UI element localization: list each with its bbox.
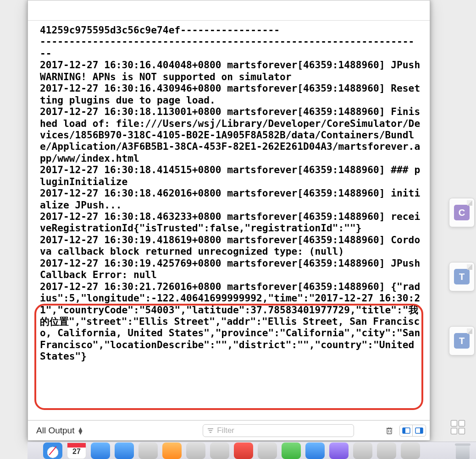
grid-icon (451, 420, 465, 434)
trash-icon (385, 426, 393, 435)
dock-app-generic[interactable] (210, 443, 229, 459)
dock-app-generic[interactable] (401, 443, 420, 459)
dock-file-t2[interactable]: T (449, 326, 475, 355)
dock-app-generic[interactable] (353, 443, 372, 459)
dock-app-generic[interactable] (162, 443, 182, 459)
show-left-panel-button[interactable] (400, 425, 413, 436)
dock-app-generic[interactable] (282, 443, 301, 459)
svg-line-8 (390, 427, 391, 428)
chevron-up-down-icon: ▲▼ (77, 427, 83, 434)
page-fold-icon (467, 200, 472, 206)
output-filter-label: All Output (36, 426, 74, 436)
clear-console-button[interactable] (383, 425, 396, 437)
dock-app-generic[interactable] (329, 443, 349, 459)
xcode-debug-console-window: 41259c975595d3c56c9e74ef----------------… (28, 0, 430, 441)
console-output-area[interactable]: 41259c975595d3c56c9e74ef----------------… (28, 21, 430, 420)
show-right-panel-button[interactable] (413, 425, 426, 436)
console-toolbar: All Output ▲▼ (28, 420, 430, 440)
dock-file-c[interactable]: C (449, 198, 475, 227)
file-glyph-c: C (454, 205, 470, 220)
svg-line-7 (388, 427, 389, 428)
filter-icon (207, 427, 214, 434)
filter-field[interactable] (203, 424, 354, 437)
dock-app-generic[interactable] (115, 443, 134, 459)
dock-app-generic[interactable] (186, 443, 205, 459)
svg-rect-3 (387, 429, 392, 434)
svg-rect-12 (420, 428, 423, 433)
output-filter-select[interactable]: All Output ▲▼ (32, 424, 88, 437)
dock-trash[interactable] (454, 443, 471, 459)
dock-app-generic[interactable] (138, 443, 158, 459)
dock-app-generic[interactable] (91, 443, 110, 459)
dock-app-generic[interactable] (377, 443, 396, 459)
page-fold-icon (467, 264, 472, 270)
right-dock: C T T (448, 198, 476, 355)
dock-app-generic[interactable] (234, 443, 253, 459)
dock-app-safari[interactable] (43, 443, 62, 459)
dock-app-generic[interactable] (305, 443, 325, 459)
upper-pane (28, 0, 430, 21)
panel-layout-segment[interactable] (399, 425, 426, 437)
svg-rect-10 (403, 428, 405, 433)
console-text: 41259c975595d3c56c9e74ef----------------… (40, 24, 425, 362)
file-glyph-t: T (454, 269, 470, 284)
right-grid-buttons[interactable] (439, 418, 476, 436)
file-glyph-t: T (454, 333, 470, 349)
dock-file-t1[interactable]: T (449, 262, 475, 291)
page-fold-icon (467, 328, 472, 334)
filter-input[interactable] (217, 426, 350, 435)
dock-app-calendar[interactable] (67, 443, 86, 459)
dock-app-generic[interactable] (258, 443, 277, 459)
mac-dock (28, 442, 476, 459)
